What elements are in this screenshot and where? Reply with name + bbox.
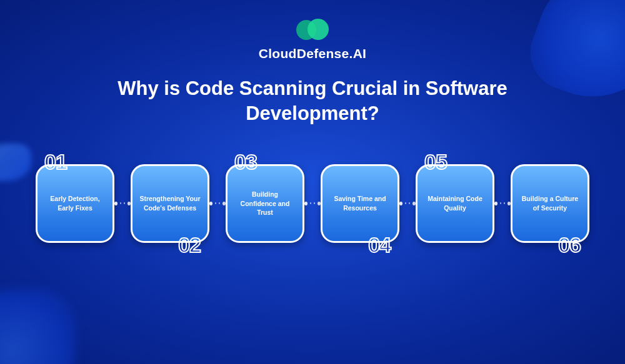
step-card-04: Saving Time and Resources (321, 164, 399, 243)
step-01: 01 Early Detection, Early Fixes (36, 164, 114, 243)
step-card-02: Strengthening Your Code's Defenses (131, 164, 209, 243)
connector-2-3 (209, 203, 226, 204)
step-number-04: 04 (368, 233, 391, 257)
step-number-05: 05 (424, 150, 447, 174)
step-label-04: Saving Time and Resources (329, 194, 391, 212)
step-03: 03 Building Confidence and Trust (226, 164, 304, 243)
brand-logo-block: CloudDefense.AI (259, 17, 367, 61)
step-label-05: Maintaining Code Quality (424, 194, 486, 212)
steps-row: 01 Early Detection, Early Fixes Strength… (13, 164, 612, 243)
step-number-06: 06 (558, 233, 581, 257)
connector-3-4 (304, 203, 321, 204)
page-title: Why is Code Scanning Crucial in Software… (75, 76, 550, 127)
connector-4-5 (399, 203, 416, 204)
brand-name: CloudDefense.AI (259, 46, 367, 61)
step-number-01: 01 (44, 150, 67, 174)
step-04: Saving Time and Resources 04 (321, 164, 399, 243)
step-card-06: Building a Culture of Security (511, 164, 589, 243)
main-container: CloudDefense.AI Why is Code Scanning Cru… (0, 0, 625, 364)
step-06: Building a Culture of Security 06 (511, 164, 589, 243)
connector-5-6 (494, 203, 511, 204)
step-card-01: Early Detection, Early Fixes (36, 164, 114, 243)
step-05: 05 Maintaining Code Quality (416, 164, 494, 243)
step-number-02: 02 (178, 233, 201, 257)
step-label-01: Early Detection, Early Fixes (44, 194, 106, 212)
step-label-03: Building Confidence and Trust (234, 190, 296, 217)
step-label-02: Strengthening Your Code's Defenses (139, 194, 201, 212)
step-number-03: 03 (234, 150, 257, 174)
connector-1-2 (114, 203, 131, 204)
step-label-06: Building a Culture of Security (519, 194, 581, 212)
step-02: Strengthening Your Code's Defenses 02 (131, 164, 209, 243)
step-card-05: Maintaining Code Quality (416, 164, 494, 243)
brand-logo-icon (295, 17, 330, 41)
step-card-03: Building Confidence and Trust (226, 164, 304, 243)
